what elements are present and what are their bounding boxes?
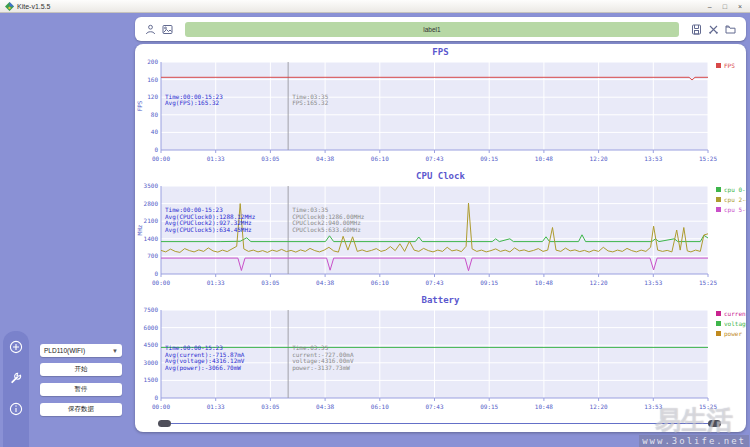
svg-text:07:43: 07:43 <box>425 403 443 410</box>
legend-label: FPS <box>724 62 735 69</box>
svg-text:15:25: 15:25 <box>699 403 717 410</box>
svg-text:0: 0 <box>154 146 158 153</box>
fps-chart[interactable]: 00:0001:3303:0504:3806:1007:4309:1510:48… <box>135 44 746 168</box>
svg-text:13:53: 13:53 <box>644 155 662 162</box>
svg-text:40: 40 <box>151 128 159 135</box>
cursor-annotation: FPS:165.32 <box>292 99 329 106</box>
time-range-slider[interactable] <box>135 416 746 432</box>
device-select[interactable]: PLD110(WIFI) ▼ <box>40 344 122 357</box>
legend-label: current <box>724 310 746 317</box>
battery-chart[interactable]: 00:0001:3303:0504:3806:1007:4309:1510:48… <box>135 292 746 416</box>
slider-track[interactable] <box>168 423 714 424</box>
svg-text:3500: 3500 <box>144 182 159 189</box>
svg-text:1500: 1500 <box>144 376 159 383</box>
chevron-down-icon: ▼ <box>112 348 118 354</box>
device-select-value: PLD110(WIFI) <box>44 347 85 354</box>
svg-text:12:20: 12:20 <box>590 155 608 162</box>
svg-text:09:15: 09:15 <box>480 279 498 286</box>
svg-text:00:00: 00:00 <box>152 403 170 410</box>
slider-handle-right[interactable] <box>708 420 721 427</box>
image-icon[interactable] <box>162 24 173 35</box>
legend-swatch <box>716 207 721 212</box>
svg-text:10:48: 10:48 <box>535 279 553 286</box>
svg-text:3000: 3000 <box>144 359 159 366</box>
legend-swatch <box>716 63 721 68</box>
svg-text:06:10: 06:10 <box>371 155 389 162</box>
chart-title: FPS <box>432 47 448 57</box>
chart-title: Battery <box>422 295 461 305</box>
legend-label: cpu 5-6 <box>724 206 746 214</box>
pause-button[interactable]: 暂停 <box>40 383 122 396</box>
legend-swatch <box>716 197 721 202</box>
legend-label: cpu 0-1 <box>724 186 746 194</box>
svg-text:03:05: 03:05 <box>261 279 279 286</box>
slider-handle-left[interactable] <box>158 420 171 427</box>
legend-swatch <box>716 187 721 192</box>
svg-text:80: 80 <box>151 111 159 118</box>
svg-text:04:38: 04:38 <box>316 279 334 286</box>
svg-text:200: 200 <box>147 58 158 65</box>
device-controls: PLD110(WIFI) ▼ 开始 暂停 保存数据 <box>40 344 122 423</box>
svg-text:01:33: 01:33 <box>207 279 225 286</box>
svg-text:MHz: MHz <box>136 224 143 235</box>
svg-text:6000: 6000 <box>144 324 159 331</box>
maximize-button[interactable]: □ <box>723 0 727 13</box>
svg-text:160: 160 <box>147 76 158 83</box>
svg-text:01:33: 01:33 <box>207 155 225 162</box>
cursor-annotation: power:-3137.73mW <box>292 364 350 372</box>
start-button[interactable]: 开始 <box>40 363 122 376</box>
add-icon[interactable] <box>9 340 23 354</box>
svg-text:10:48: 10:48 <box>535 155 553 162</box>
svg-text:4500: 4500 <box>144 341 159 348</box>
svg-text:06:10: 06:10 <box>371 403 389 410</box>
svg-text:10:48: 10:48 <box>535 403 553 410</box>
svg-text:12:20: 12:20 <box>590 279 608 286</box>
svg-text:07:43: 07:43 <box>425 155 443 162</box>
svg-text:15:25: 15:25 <box>699 279 717 286</box>
label-bar[interactable]: label1 <box>185 22 679 37</box>
svg-text:04:38: 04:38 <box>316 403 334 410</box>
user-icon[interactable] <box>145 24 156 35</box>
svg-text:0: 0 <box>154 270 158 277</box>
svg-text:09:15: 09:15 <box>480 403 498 410</box>
charts-panel: 00:0001:3303:0504:3806:1007:4309:1510:48… <box>135 44 746 432</box>
legend-label: voltage <box>724 320 746 328</box>
legend-label: cpu 2-4 <box>724 196 746 204</box>
side-rail <box>3 331 29 447</box>
svg-text:03:05: 03:05 <box>261 403 279 410</box>
minimize-button[interactable]: – <box>708 0 712 13</box>
wrench-icon[interactable] <box>9 371 23 385</box>
app-icon <box>5 2 14 11</box>
label-bar-text: label1 <box>423 26 440 33</box>
svg-text:07:43: 07:43 <box>425 279 443 286</box>
watermark-url: www.3olife.net <box>639 435 749 447</box>
save-data-button[interactable]: 保存数据 <box>40 403 122 416</box>
save-icon[interactable] <box>691 24 702 35</box>
cut-icon[interactable] <box>708 24 719 35</box>
svg-text:01:33: 01:33 <box>207 403 225 410</box>
chart-title: CPU Clock <box>416 171 465 181</box>
summary-annotation: Avg(FPS):165.32 <box>165 99 220 107</box>
cpu-clock-chart[interactable]: 00:0001:3303:0504:3806:1007:4309:1510:48… <box>135 168 746 292</box>
svg-text:09:15: 09:15 <box>480 155 498 162</box>
info-icon[interactable] <box>9 402 23 416</box>
svg-text:120: 120 <box>147 93 158 100</box>
svg-text:2800: 2800 <box>144 200 159 207</box>
svg-text:13:53: 13:53 <box>644 279 662 286</box>
summary-annotation: Avg(CPUClock5):634.45MHz <box>165 226 252 234</box>
svg-text:7500: 7500 <box>144 306 159 313</box>
close-button[interactable]: × <box>738 0 742 13</box>
svg-text:15:25: 15:25 <box>699 155 717 162</box>
svg-text:06:10: 06:10 <box>371 279 389 286</box>
legend-swatch <box>716 321 721 326</box>
svg-text:03:05: 03:05 <box>261 155 279 162</box>
legend-swatch <box>716 331 721 336</box>
window-titlebar: Kite-v1.5.5 – □ × <box>0 0 750 13</box>
svg-text:FPS: FPS <box>136 100 143 111</box>
folder-icon[interactable] <box>725 24 736 35</box>
svg-text:00:00: 00:00 <box>152 279 170 286</box>
svg-text:1400: 1400 <box>144 235 159 242</box>
top-toolbar: label1 <box>135 17 746 41</box>
svg-text:700: 700 <box>147 252 158 259</box>
svg-text:0: 0 <box>154 394 158 401</box>
